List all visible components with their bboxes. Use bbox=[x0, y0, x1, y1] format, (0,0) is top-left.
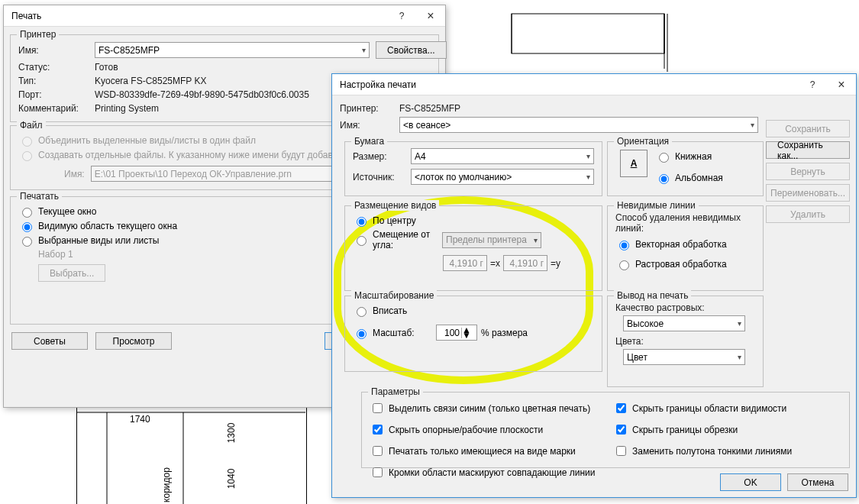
group-scale-legend: Масштабирование bbox=[351, 290, 437, 301]
printer-name-label: Имя: bbox=[18, 45, 89, 56]
placement-offset-radio[interactable] bbox=[357, 236, 367, 246]
hidden-vector-option[interactable]: Векторная обработка bbox=[615, 238, 755, 250]
placement-offset-option[interactable]: Смещение от угла: Пределы принтера▾ bbox=[353, 229, 594, 250]
param-hide-planes[interactable]: Скрыть опорные/рабочие плоскости bbox=[370, 422, 598, 437]
group-paper-legend: Бумага bbox=[351, 136, 387, 147]
group-printer-legend: Принтер bbox=[17, 29, 59, 40]
paper-source-combo[interactable]: <лоток по умолчанию>▾ bbox=[411, 169, 594, 185]
orientation-portrait-option[interactable]: Книжная bbox=[655, 150, 723, 163]
range-selected-option[interactable]: Выбранные виды или листы bbox=[18, 234, 324, 247]
hidden-raster-radio[interactable] bbox=[619, 260, 629, 270]
setup-titlebar: Настройка печати ? × bbox=[332, 74, 856, 95]
param-hide-scope-check[interactable] bbox=[616, 403, 626, 413]
dim-1740-lbl: 1740 bbox=[130, 414, 150, 425]
scale-fit-option[interactable]: Вписать bbox=[353, 305, 594, 317]
group-file-legend: Файл bbox=[17, 120, 46, 131]
group-output-legend: Вывод на печать bbox=[614, 290, 691, 301]
chevron-down-icon: ▾ bbox=[738, 319, 741, 328]
orientation-landscape-option[interactable]: Альбомная bbox=[655, 172, 723, 184]
group-print-range: Печатать Текущее окно Видимую область те… bbox=[10, 196, 332, 325]
print-titlebar: Печать ? × bbox=[4, 5, 445, 27]
setup-cancel-button[interactable]: Отмена bbox=[787, 473, 848, 491]
scale-fit-radio[interactable] bbox=[357, 307, 367, 317]
printer-status-value: Готов bbox=[95, 62, 447, 73]
setup-name-label: Имя: bbox=[340, 120, 393, 131]
file-combine-radio bbox=[22, 137, 32, 147]
offset-y-label: =y bbox=[551, 258, 560, 269]
tips-button[interactable]: Советы bbox=[11, 332, 88, 350]
setup-name-combo[interactable]: <в сеансе>▾ bbox=[399, 117, 758, 133]
param-blue-links-check[interactable] bbox=[373, 403, 383, 413]
printer-name-combo[interactable]: FS-C8525MFP▾ bbox=[95, 42, 370, 58]
scale-value-input[interactable] bbox=[437, 328, 461, 338]
param-visible-tags[interactable]: Печатать только имеющиеся на виде марки bbox=[370, 444, 598, 458]
param-visible-tags-check[interactable] bbox=[373, 446, 383, 456]
range-current-radio[interactable] bbox=[22, 208, 32, 218]
param-hide-crop[interactable]: Скрыть границы обрезки bbox=[613, 422, 841, 437]
scale-value-spinner[interactable]: ▲▼ bbox=[436, 325, 477, 341]
setup-ok-button[interactable]: OK bbox=[720, 473, 781, 491]
group-print-range-legend: Печатать bbox=[17, 191, 62, 202]
group-hidden-lines-legend: Невидимые линии bbox=[614, 200, 699, 211]
param-mask-edges[interactable]: Кромки области маскируют совпадающие лин… bbox=[370, 465, 598, 480]
orientation-portrait-radio[interactable] bbox=[659, 153, 669, 163]
range-visible-radio[interactable] bbox=[22, 222, 32, 232]
param-hide-crop-check[interactable] bbox=[616, 425, 626, 435]
print-help-button[interactable]: ? bbox=[387, 5, 416, 27]
chevron-down-icon[interactable]: ▼ bbox=[462, 333, 471, 338]
paper-size-combo[interactable]: A4▾ bbox=[411, 148, 594, 164]
range-select-button: Выбрать... bbox=[38, 264, 105, 282]
help-icon: ? bbox=[399, 11, 405, 21]
offset-x-label: =x bbox=[490, 258, 500, 269]
param-halftone[interactable]: Заменить полутона тонкими линиями bbox=[613, 444, 841, 458]
preview-button[interactable]: Просмотр bbox=[95, 332, 172, 350]
group-hidden-lines: Невидимые линии Способ удаления невидимы… bbox=[607, 205, 764, 291]
printer-status-label: Статус: bbox=[18, 62, 89, 73]
param-hide-scope[interactable]: Скрыть границы области видимости bbox=[613, 401, 841, 415]
chevron-down-icon: ▾ bbox=[586, 173, 590, 181]
printer-port-label: Порт: bbox=[18, 89, 89, 100]
rename-button: Переименовать... bbox=[766, 184, 850, 202]
scale-custom-option[interactable]: Масштаб: ▲▼ % размера bbox=[353, 325, 594, 341]
param-mask-edges-check[interactable] bbox=[373, 467, 383, 477]
range-current-option[interactable]: Текущее окно bbox=[18, 205, 324, 218]
chevron-down-icon: ▾ bbox=[586, 152, 590, 160]
range-set-label: Набор 1 bbox=[38, 249, 324, 260]
range-visible-option[interactable]: Видимую область текущего окна bbox=[18, 220, 324, 232]
setup-close-button[interactable]: × bbox=[827, 74, 856, 95]
file-separate-radio bbox=[22, 151, 32, 161]
spinner-buttons[interactable]: ▲▼ bbox=[461, 328, 471, 338]
colors-combo[interactable]: Цвет▾ bbox=[623, 349, 745, 365]
group-output: Вывод на печать Качество растровых: Высо… bbox=[607, 296, 764, 387]
orientation-landscape-radio[interactable] bbox=[659, 174, 669, 184]
scale-custom-radio[interactable] bbox=[357, 329, 367, 339]
param-blue-links[interactable]: Выделить связи синим (только цветная печ… bbox=[370, 401, 598, 415]
setup-title: Настройка печати bbox=[340, 79, 798, 90]
chevron-down-icon: ▾ bbox=[362, 46, 366, 54]
group-scale: Масштабирование Вписать Масштаб: ▲▼ % ра… bbox=[344, 296, 602, 372]
side-buttons: Сохранить Сохранить как... Вернуть Переи… bbox=[766, 120, 850, 223]
raster-quality-combo[interactable]: Высокое▾ bbox=[623, 315, 745, 331]
setup-printer-value: FS-C8525MFP bbox=[399, 103, 758, 114]
file-name-label: Имя: bbox=[64, 169, 85, 179]
hidden-raster-option[interactable]: Растровая обработка bbox=[615, 258, 755, 270]
placement-center-option[interactable]: По центру bbox=[353, 215, 594, 227]
param-hide-planes-check[interactable] bbox=[373, 425, 383, 435]
printer-properties-button[interactable]: Свойства... bbox=[376, 41, 447, 59]
revert-button: Вернуть bbox=[766, 163, 850, 180]
placement-center-radio[interactable] bbox=[357, 217, 367, 227]
group-parameters: Параметры Выделить связи синим (только ц… bbox=[361, 392, 850, 468]
print-setup-dialog: Настройка печати ? × Принтер: FS-C8525MF… bbox=[331, 73, 857, 498]
range-selected-radio[interactable] bbox=[22, 237, 32, 247]
print-close-button[interactable]: × bbox=[416, 5, 445, 27]
group-placement: Размещение видов По центру Смещение от у… bbox=[344, 205, 602, 291]
param-halftone-check[interactable] bbox=[616, 446, 626, 456]
room-corridor-lbl: коридор bbox=[161, 467, 172, 502]
setup-help-button[interactable]: ? bbox=[798, 74, 827, 95]
group-paper: Бумага Размер: A4▾ Источник: <лоток по у… bbox=[344, 141, 602, 196]
save-button: Сохранить bbox=[766, 120, 850, 137]
paper-size-label: Размер: bbox=[353, 151, 405, 162]
hidden-vector-radio[interactable] bbox=[619, 241, 629, 250]
save-as-button[interactable]: Сохранить как... bbox=[766, 141, 850, 159]
dim-1040-lbl: 1040 bbox=[226, 469, 237, 489]
